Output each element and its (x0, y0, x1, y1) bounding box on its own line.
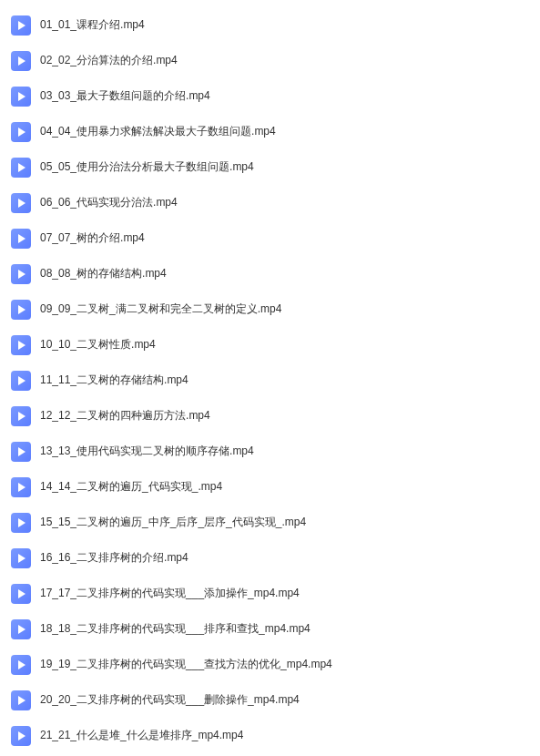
file-row[interactable]: 10_10_二叉树性质.mp4 (0, 327, 540, 363)
video-file-icon (11, 477, 31, 497)
video-file-icon (11, 442, 31, 462)
file-name: 15_15_二叉树的遍历_中序_后序_层序_代码实现_.mp4 (40, 515, 306, 530)
video-file-icon (11, 229, 31, 249)
video-file-icon (11, 726, 31, 746)
file-row[interactable]: 07_07_树的介绍.mp4 (0, 220, 540, 256)
file-name: 12_12_二叉树的四种遍历方法.mp4 (40, 408, 210, 424)
file-name: 20_20_二叉排序树的代码实现___删除操作_mp4.mp4 (40, 692, 300, 708)
file-row[interactable]: 03_03_最大子数组问题的介绍.mp4 (0, 78, 540, 114)
file-name: 03_03_最大子数组问题的介绍.mp4 (40, 88, 210, 104)
file-name: 14_14_二叉树的遍历_代码实现_.mp4 (40, 479, 222, 495)
file-name: 02_02_分治算法的介绍.mp4 (40, 53, 178, 68)
file-row[interactable]: 05_05_使用分治法分析最大子数组问题.mp4 (0, 149, 540, 185)
file-row[interactable]: 11_11_二叉树的存储结构.mp4 (0, 363, 540, 398)
file-name: 13_13_使用代码实现二叉树的顺序存储.mp4 (40, 444, 254, 459)
video-file-icon (11, 158, 31, 178)
file-name: 05_05_使用分治法分析最大子数组问题.mp4 (40, 159, 254, 175)
video-file-icon (11, 513, 31, 533)
video-file-icon (11, 51, 31, 71)
file-list: 01_01_课程介绍.mp402_02_分治算法的介绍.mp403_03_最大子… (0, 7, 540, 753)
file-row[interactable]: 16_16_二叉排序树的介绍.mp4 (0, 540, 540, 576)
video-file-icon (11, 655, 31, 675)
file-name: 19_19_二叉排序树的代码实现___查找方法的优化_mp4.mp4 (40, 657, 332, 672)
file-name: 16_16_二叉排序树的介绍.mp4 (40, 550, 188, 566)
file-row[interactable]: 20_20_二叉排序树的代码实现___删除操作_mp4.mp4 (0, 682, 540, 718)
file-name: 04_04_使用暴力求解法解决最大子数组问题.mp4 (40, 124, 276, 139)
video-file-icon (11, 548, 31, 568)
file-name: 06_06_代码实现分治法.mp4 (40, 195, 178, 210)
file-name: 08_08_树的存储结构.mp4 (40, 266, 167, 281)
file-name: 18_18_二叉排序树的代码实现___排序和查找_mp4.mp4 (40, 621, 311, 637)
file-name: 01_01_课程介绍.mp4 (40, 17, 145, 33)
file-name: 11_11_二叉树的存储结构.mp4 (40, 373, 188, 388)
video-file-icon (11, 193, 31, 213)
file-row[interactable]: 15_15_二叉树的遍历_中序_后序_层序_代码实现_.mp4 (0, 505, 540, 540)
video-file-icon (11, 264, 31, 284)
video-file-icon (11, 584, 31, 604)
file-row[interactable]: 09_09_二叉树_满二叉树和完全二叉树的定义.mp4 (0, 291, 540, 327)
file-name: 17_17_二叉排序树的代码实现___添加操作_mp4.mp4 (40, 586, 300, 601)
file-row[interactable]: 04_04_使用暴力求解法解决最大子数组问题.mp4 (0, 114, 540, 149)
file-row[interactable]: 18_18_二叉排序树的代码实现___排序和查找_mp4.mp4 (0, 611, 540, 647)
file-row[interactable]: 08_08_树的存储结构.mp4 (0, 256, 540, 291)
file-row[interactable]: 12_12_二叉树的四种遍历方法.mp4 (0, 398, 540, 434)
file-row[interactable]: 06_06_代码实现分治法.mp4 (0, 185, 540, 220)
file-row[interactable]: 14_14_二叉树的遍历_代码实现_.mp4 (0, 469, 540, 505)
video-file-icon (11, 300, 31, 320)
file-row[interactable]: 17_17_二叉排序树的代码实现___添加操作_mp4.mp4 (0, 576, 540, 611)
file-row[interactable]: 19_19_二叉排序树的代码实现___查找方法的优化_mp4.mp4 (0, 647, 540, 682)
file-name: 21_21_什么是堆_什么是堆排序_mp4.mp4 (40, 728, 243, 743)
file-row[interactable]: 02_02_分治算法的介绍.mp4 (0, 43, 540, 78)
video-file-icon (11, 690, 31, 710)
video-file-icon (11, 15, 31, 36)
video-file-icon (11, 406, 31, 426)
video-file-icon (11, 122, 31, 142)
file-name: 07_07_树的介绍.mp4 (40, 230, 145, 246)
file-name: 10_10_二叉树性质.mp4 (40, 337, 156, 352)
video-file-icon (11, 335, 31, 355)
file-name: 09_09_二叉树_满二叉树和完全二叉树的定义.mp4 (40, 301, 281, 317)
video-file-icon (11, 371, 31, 391)
video-file-icon (11, 619, 31, 639)
file-row[interactable]: 01_01_课程介绍.mp4 (0, 7, 540, 43)
file-row[interactable]: 21_21_什么是堆_什么是堆排序_mp4.mp4 (0, 718, 540, 753)
file-row[interactable]: 13_13_使用代码实现二叉树的顺序存储.mp4 (0, 434, 540, 469)
video-file-icon (11, 87, 31, 107)
